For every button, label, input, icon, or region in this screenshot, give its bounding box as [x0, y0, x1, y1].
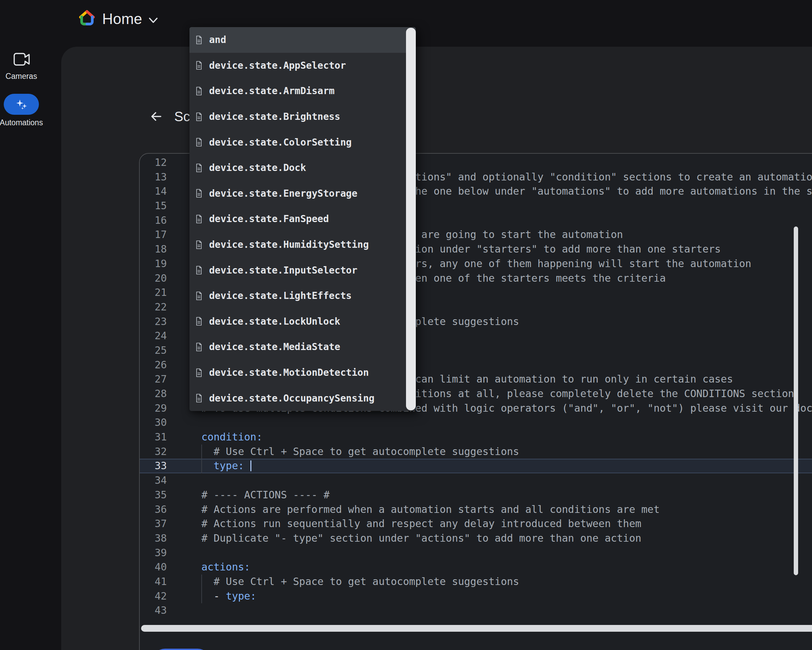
line-text: # Actions are performed when a automatio… [189, 502, 660, 517]
code-line[interactable]: 35 # ---- ACTIONS ---- # [140, 488, 812, 502]
code-segment [189, 503, 201, 515]
line-text: # ---- ACTIONS ---- # [189, 488, 330, 502]
line-text: - type: [189, 589, 256, 604]
code-line[interactable]: 40 actions: [140, 560, 812, 575]
line-number: 21 [140, 285, 167, 300]
code-segment [244, 460, 250, 472]
indent-guide [201, 575, 202, 603]
autocomplete-item-label: device.state.HumiditySetting [209, 239, 369, 250]
line-text: # Actions run sequentially and respect a… [189, 517, 641, 531]
autocomplete-item-label: device.state.OccupancySensing [209, 393, 374, 404]
horizontal-scrollbar[interactable] [141, 625, 812, 632]
line-number: 19 [140, 257, 167, 271]
autocomplete-item-label: device.state.LockUnlock [209, 316, 340, 327]
line-number: 24 [140, 329, 167, 343]
autocomplete-item-label: device.state.AppSelector [209, 60, 346, 71]
autocomplete-item[interactable]: device.state.InputSelector [189, 257, 416, 283]
code-line[interactable]: 32 # Use Ctrl + Space to get autocomplet… [140, 445, 812, 459]
autocomplete-item[interactable]: device.state.Dock [189, 155, 416, 181]
back-button[interactable] [147, 107, 165, 126]
code-line[interactable]: 30 [140, 415, 812, 430]
code-segment [189, 518, 201, 529]
autocomplete-item[interactable]: device.state.MotionDetection [189, 360, 416, 385]
sidebar-item-label: Automations [0, 118, 50, 127]
sparkle-icon [14, 97, 28, 112]
code-line[interactable]: 41 # Use Ctrl + Space to get autocomplet… [140, 575, 812, 589]
autocomplete-item[interactable]: device.state.LockUnlock [189, 309, 416, 335]
line-text: # Use Ctrl + Space to get autocomplete s… [189, 575, 519, 589]
document-icon [194, 188, 204, 198]
vertical-scrollbar[interactable] [794, 226, 798, 575]
line-number: 35 [140, 488, 167, 502]
autocomplete-item-label: and [209, 34, 226, 45]
code-line[interactable]: 34 [140, 473, 812, 488]
code-segment: - [189, 590, 226, 602]
document-icon [194, 163, 204, 173]
sidebar-item-automations[interactable]: Automations [0, 94, 50, 127]
autocomplete-item[interactable]: device.state.HumiditySetting [189, 232, 416, 258]
line-number: 33 [140, 459, 167, 473]
autocomplete-item[interactable]: device.state.FanSpeed [189, 206, 416, 232]
code-segment: # ---- ACTIONS ---- # [201, 489, 330, 501]
autocomplete-item[interactable]: device.state.LightEffects [189, 283, 416, 309]
code-segment: # Actions run sequentially and respect a… [201, 518, 641, 529]
code-line[interactable]: 42 - type: [140, 589, 812, 604]
chevron-down-icon [148, 17, 158, 24]
autocomplete-item[interactable]: device.state.AppSelector [189, 53, 416, 78]
document-icon [194, 393, 204, 403]
line-number: 43 [140, 603, 167, 618]
autocomplete-list: and device.state.AppSelector device.stat… [189, 27, 416, 411]
line-number: 32 [140, 445, 167, 459]
line-number: 13 [140, 170, 167, 185]
code-line[interactable]: 38 # Duplicate "- type" section under "a… [140, 531, 812, 546]
autocomplete-item[interactable]: device.state.MediaState [189, 334, 416, 360]
line-text: actions: [189, 560, 250, 575]
autocomplete-scrollbar[interactable] [406, 28, 416, 410]
main-panel: Script Editor 12 automations: 13 # Updat… [61, 47, 812, 650]
autocomplete-item[interactable]: device.state.OccupancySensing [189, 385, 416, 411]
autocomplete-item-label: device.state.ArmDisarm [209, 85, 334, 96]
autocomplete-item[interactable]: device.state.ColorSetting [189, 129, 416, 155]
line-number: 28 [140, 387, 167, 401]
autocomplete-item[interactable]: device.state.ArmDisarm [189, 78, 416, 104]
autocomplete-item-label: device.state.Brightness [209, 111, 340, 122]
line-number: 41 [140, 575, 167, 589]
camera-icon [12, 62, 31, 68]
code-segment: # Use Ctrl + Space to get autocomplete s… [214, 575, 519, 587]
line-number: 40 [140, 560, 167, 575]
document-icon [194, 368, 204, 378]
code-segment: type: [214, 460, 244, 472]
code-line[interactable]: 36 # Actions are performed when a automa… [140, 502, 812, 517]
code-line[interactable]: 37 # Actions run sequentially and respec… [140, 517, 812, 531]
code-line[interactable]: 39 [140, 546, 812, 560]
autocomplete-item[interactable]: and [189, 27, 416, 53]
code-segment: actions: [201, 561, 250, 573]
code-line[interactable]: 33 type: [140, 459, 812, 473]
sidebar-item-cameras[interactable]: Cameras [0, 52, 43, 81]
code-segment: type: [226, 590, 256, 602]
autocomplete-item-label: device.state.InputSelector [209, 265, 357, 276]
line-number: 36 [140, 502, 167, 517]
code-segment: # Duplicate "- type" section under "acti… [201, 532, 641, 544]
code-segment [189, 532, 201, 544]
line-number: 17 [140, 228, 167, 242]
validate-button[interactable]: Validate [226, 648, 275, 650]
code-segment: # Use Ctrl + Space to get autocomplete s… [214, 445, 519, 457]
text-cursor [250, 460, 251, 471]
document-icon [194, 214, 204, 224]
line-number: 27 [140, 372, 167, 387]
code-line[interactable]: 31 condition: [140, 430, 812, 445]
autocomplete-item[interactable]: device.state.EnergyStorage [189, 181, 416, 206]
indent-guide [201, 445, 202, 473]
line-number: 38 [140, 531, 167, 546]
autocomplete-item[interactable]: device.state.Brightness [189, 104, 416, 130]
autocomplete-item-label: device.state.MotionDetection [209, 367, 369, 378]
line-number: 14 [140, 184, 167, 199]
document-icon [194, 138, 204, 147]
save-button[interactable]: Save [152, 648, 211, 650]
line-number: 16 [140, 213, 167, 228]
code-line[interactable]: 43 [140, 603, 812, 618]
autocomplete-item-label: device.state.EnergyStorage [209, 188, 357, 199]
home-menu[interactable]: Home [102, 9, 158, 28]
line-number: 34 [140, 473, 167, 488]
